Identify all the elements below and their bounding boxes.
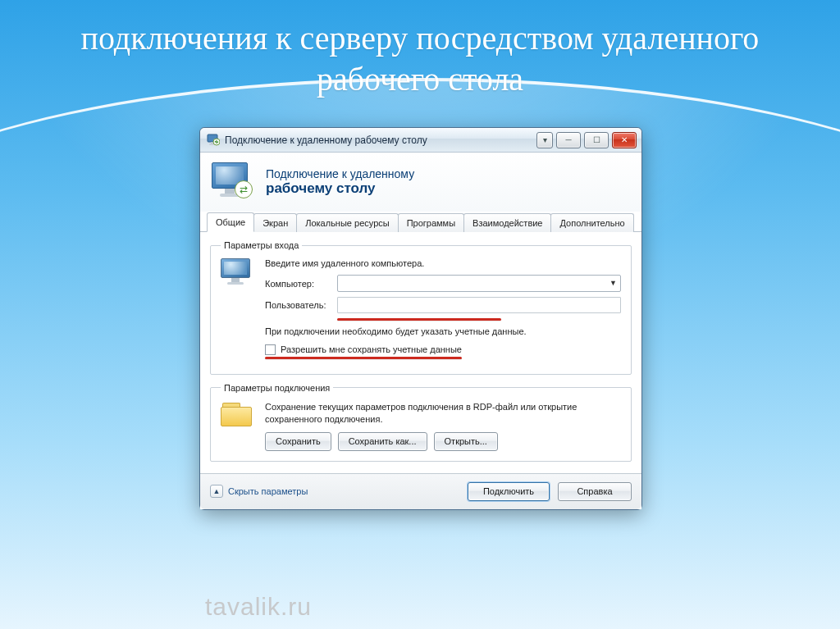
computer-combobox[interactable]: ▼ <box>337 275 621 292</box>
rdp-window: Подключение к удаленному рабочему столу … <box>199 127 642 510</box>
open-button[interactable]: Открыть... <box>434 432 498 451</box>
save-credentials-label: Разрешить мне сохранять учетные данные <box>281 344 462 354</box>
maximize-icon: ☐ <box>593 135 600 144</box>
credentials-hint: При подключении необходимо будет указать… <box>265 326 621 338</box>
login-intro-text: Введите имя удаленного компьютера. <box>265 258 621 268</box>
tab-local-resources[interactable]: Локальные ресурсы <box>296 213 398 232</box>
annotation-underline-checkbox <box>265 357 462 359</box>
minimize-icon: ─ <box>565 135 571 144</box>
tab-advanced[interactable]: Дополнительно <box>550 213 633 232</box>
chevron-down-icon: ▾ <box>543 135 547 144</box>
hide-options-label: Скрыть параметры <box>228 486 308 496</box>
save-credentials-checkbox[interactable] <box>265 344 276 355</box>
tab-experience[interactable]: Взаимодействие <box>463 213 551 232</box>
rdp-app-icon <box>207 134 220 147</box>
connection-settings-desc: Сохранение текущих параметров подключени… <box>265 401 621 426</box>
tabstrip: Общие Экран Локальные ресурсы Программы … <box>200 212 641 232</box>
computer-icon <box>221 258 255 286</box>
watermark: tavalik.ru <box>205 593 312 621</box>
maximize-button[interactable]: ☐ <box>584 132 609 148</box>
tab-general[interactable]: Общие <box>207 212 254 232</box>
user-label: Пользователь: <box>265 300 337 310</box>
chevron-down-icon: ▼ <box>609 279 617 287</box>
titlebar-dropdown-button[interactable]: ▾ <box>536 132 553 148</box>
login-settings-group: Параметры входа Введите имя удаленного к… <box>210 240 632 375</box>
connection-settings-legend: Параметры подключения <box>221 383 333 393</box>
folder-icon <box>221 401 253 427</box>
close-button[interactable]: ✕ <box>612 132 637 148</box>
hide-options-button[interactable]: ▲ Скрыть параметры <box>210 485 308 498</box>
window-title: Подключение к удаленному рабочему столу <box>225 134 533 146</box>
close-icon: ✕ <box>621 135 628 144</box>
user-field[interactable] <box>337 297 621 313</box>
footer-bar: ▲ Скрыть параметры Подключить Справка <box>200 473 641 509</box>
header-line2: рабочему столу <box>266 180 414 197</box>
tab-programs[interactable]: Программы <box>398 213 464 232</box>
connect-button[interactable]: Подключить <box>468 482 550 501</box>
slide-title: подключения к серверу посредством удален… <box>0 18 840 100</box>
computer-label: Компьютер: <box>265 279 337 289</box>
titlebar[interactable]: Подключение к удаленному рабочему столу … <box>200 128 641 153</box>
header-line1: Подключение к удаленному <box>266 167 414 180</box>
chevron-up-icon: ▲ <box>210 485 223 498</box>
save-button[interactable]: Сохранить <box>265 432 331 451</box>
header-area: ⇄ Подключение к удаленному рабочему стол… <box>200 153 641 212</box>
login-settings-legend: Параметры входа <box>221 240 302 250</box>
rdp-large-icon: ⇄ <box>212 162 256 202</box>
connection-settings-group: Параметры подключения Сохранение текущих… <box>210 383 632 462</box>
minimize-button[interactable]: ─ <box>556 132 581 148</box>
tab-display[interactable]: Экран <box>253 213 297 232</box>
annotation-underline-user <box>337 318 501 321</box>
help-button[interactable]: Справка <box>558 482 632 501</box>
save-as-button[interactable]: Сохранить как... <box>338 432 427 451</box>
